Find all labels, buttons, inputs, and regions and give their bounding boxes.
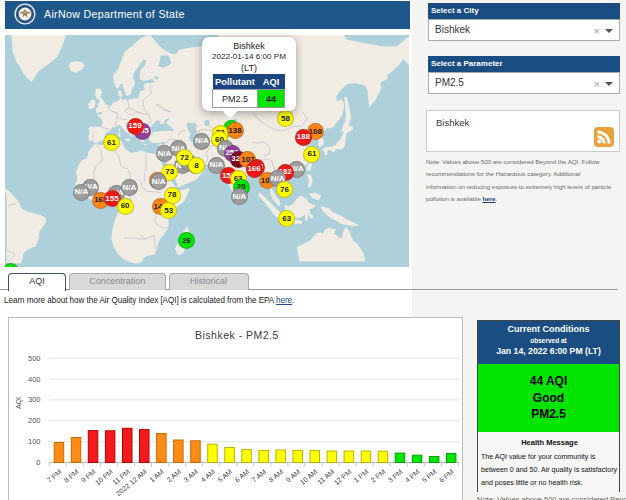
svg-text:1 PM: 1 PM	[353, 468, 370, 484]
svg-text:7 AM: 7 AM	[251, 468, 268, 484]
svg-text:AQI: AQI	[15, 397, 23, 409]
svg-text:8 PM: 8 PM	[63, 468, 80, 484]
svg-text:10 PM: 10 PM	[94, 468, 114, 486]
svg-text:100: 100	[28, 437, 41, 446]
svg-text:6 PM: 6 PM	[438, 468, 455, 484]
svg-text:2 PM: 2 PM	[370, 468, 387, 484]
svg-text:4 PM: 4 PM	[404, 468, 421, 484]
svg-text:300: 300	[28, 395, 41, 404]
svg-text:11 AM: 11 AM	[316, 468, 335, 486]
svg-text:1 AM: 1 AM	[148, 468, 165, 484]
svg-text:400: 400	[28, 375, 41, 384]
svg-text:0: 0	[36, 458, 40, 467]
svg-text:2 AM: 2 AM	[165, 468, 182, 484]
svg-text:8 AM: 8 AM	[268, 468, 285, 484]
svg-text:10 AM: 10 AM	[299, 468, 319, 486]
svg-text:4 AM: 4 AM	[199, 468, 216, 484]
svg-text:5 PM: 5 PM	[421, 468, 438, 484]
svg-text:5 AM: 5 AM	[216, 468, 233, 484]
svg-text:3 AM: 3 AM	[182, 468, 199, 484]
svg-text:7 PM: 7 PM	[46, 468, 63, 484]
svg-text:3 PM: 3 PM	[387, 468, 404, 484]
svg-text:Bishkek - PM2.5: Bishkek - PM2.5	[195, 329, 279, 341]
svg-text:500: 500	[28, 354, 41, 363]
svg-text:6 AM: 6 AM	[234, 468, 251, 484]
svg-text:200: 200	[28, 416, 41, 425]
svg-text:12 PM: 12 PM	[333, 468, 353, 486]
